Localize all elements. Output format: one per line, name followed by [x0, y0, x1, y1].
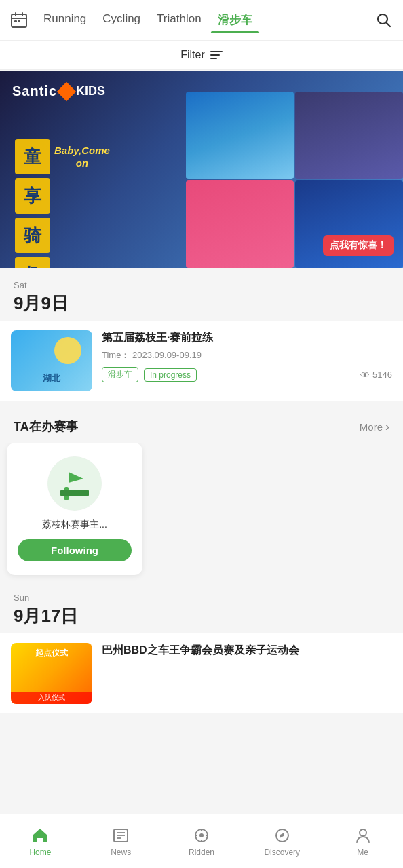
ta-more-button[interactable]: More [360, 420, 389, 434]
kids-label: KIDS [76, 84, 105, 98]
banner-char-1: 童 [15, 139, 50, 174]
banner-tagline: Baby,Come on [54, 144, 110, 169]
svg-line-7 [387, 22, 391, 26]
ta-section-header: TA在办赛事 More [0, 408, 403, 443]
diamond-icon [57, 81, 76, 100]
organizer-icon [47, 456, 102, 511]
date-full-2: 9月17日 [14, 604, 389, 628]
event-tags-1: 滑步车 In progress 👁 5146 [102, 367, 392, 382]
event-title-2: 巴州BBD之车王争霸会员赛及亲子运动会 [102, 643, 392, 658]
filter-button[interactable]: Filter [180, 49, 223, 61]
tagline-1: Baby,Come [54, 144, 110, 156]
svg-marker-9 [69, 472, 83, 483]
home-icon [31, 826, 50, 845]
me-icon [353, 826, 372, 845]
chevron-right-icon [385, 420, 389, 434]
thumb-2-badge: 入队仪式 [11, 692, 92, 704]
event-info-2: 巴州BBD之车王争霸会员赛及亲子运动会 [102, 643, 392, 662]
event-card-1[interactable]: 湖北 第五届荔枝王·赛前拉练 Time： 2023.09.09-09.19 滑步… [0, 321, 403, 401]
svg-rect-10 [60, 490, 89, 496]
banner-char-2: 享 [15, 178, 50, 214]
event-time-1: Time： 2023.09.09-09.19 [102, 349, 392, 361]
svg-point-16 [199, 833, 204, 837]
nav-label-me: Me [357, 848, 368, 857]
date-full-1: 9月9日 [14, 292, 389, 315]
banner-surprise-button[interactable]: 点我有惊喜！ [323, 235, 394, 256]
nav-label-ridden: Ridden [189, 848, 214, 857]
date-header-2: Sun 9月17日 [0, 586, 403, 633]
news-icon [111, 826, 130, 845]
svg-marker-22 [280, 833, 284, 838]
thumb-sun [54, 337, 81, 364]
svg-rect-4 [14, 20, 17, 22]
ridden-icon [192, 826, 211, 845]
time-label: Time： [102, 350, 130, 360]
top-navigation: Running Cycling Triathlon 滑步车 [0, 0, 403, 41]
tagline-2: on [76, 157, 88, 169]
banner-logo: Santic KIDS [12, 83, 105, 99]
nav-label-home: Home [29, 848, 51, 857]
filter-label: Filter [180, 49, 205, 61]
views-count: 5146 [372, 370, 392, 380]
search-icon[interactable] [372, 8, 396, 33]
thumb-text: 湖北 [11, 372, 92, 384]
filter-bar[interactable]: Filter [0, 41, 403, 70]
event-views: 👁 5146 [360, 370, 392, 380]
calendar-icon[interactable] [7, 8, 31, 33]
nav-item-ridden[interactable]: Ridden [161, 826, 242, 857]
following-button[interactable]: Following [18, 539, 132, 561]
date-header-1: Sat 9月9日 [0, 268, 403, 321]
event-card-2[interactable]: 起点仪式 入队仪式 巴州BBD之车王争霸会员赛及亲子运动会 [0, 633, 403, 713]
tab-running[interactable]: Running [37, 8, 93, 32]
organizer-card-1[interactable]: 荔枝杯赛事主... Following [7, 443, 142, 575]
brand-name: Santic [12, 83, 57, 99]
organizer-avatar [47, 456, 102, 511]
event-thumbnail-2: 起点仪式 入队仪式 [11, 643, 92, 704]
date-day-2: Sun [14, 593, 389, 603]
tab-triathlon[interactable]: Triathlon [150, 8, 208, 32]
nav-tabs: Running Cycling Triathlon 滑步车 [37, 8, 372, 32]
eye-icon: 👁 [360, 370, 370, 380]
nav-item-home[interactable]: Home [0, 826, 81, 857]
discovery-icon [273, 826, 292, 845]
nav-label-discovery: Discovery [264, 848, 300, 857]
nav-label-news: News [111, 848, 131, 857]
more-label: More [360, 421, 383, 433]
svg-rect-5 [18, 20, 20, 22]
nav-item-discovery[interactable]: Discovery [242, 826, 322, 857]
event-title-1: 第五届荔枝王·赛前拉练 [102, 330, 392, 345]
time-value: 2023.09.09-09.19 [132, 350, 202, 360]
nav-item-me[interactable]: Me [322, 826, 403, 857]
tab-skating[interactable]: 滑步车 [211, 8, 259, 32]
bottom-navigation: Home News Ridden [0, 814, 403, 868]
nav-item-news[interactable]: News [81, 826, 161, 857]
svg-point-23 [360, 829, 366, 836]
main-content: Sat 9月9日 湖北 第五届荔枝王·赛前拉练 Time： 2023.09.09… [0, 268, 403, 768]
date-day-1: Sat [14, 280, 389, 290]
event-thumbnail-1: 湖北 [11, 330, 92, 391]
event-info-1: 第五届荔枝王·赛前拉练 Time： 2023.09.09-09.19 滑步车 I… [102, 330, 392, 382]
tag-status: In progress [144, 368, 197, 382]
banner-text-group: 童 享 骑 趣 [15, 139, 50, 268]
banner[interactable]: Santic KIDS 童 享 骑 趣 Baby,Come on 点我有惊喜！ [0, 71, 403, 268]
tab-cycling[interactable]: Cycling [96, 8, 147, 32]
organizer-name: 荔枝杯赛事主... [42, 519, 107, 531]
tag-category: 滑步车 [102, 367, 138, 382]
banner-char-4: 趣 [15, 257, 50, 268]
ta-section-title: TA在办赛事 [14, 418, 78, 435]
thumb-2-text: 起点仪式 [14, 648, 90, 659]
banner-char-3: 骑 [15, 218, 50, 253]
organizer-scroll: 荔枝杯赛事主... Following [0, 443, 403, 586]
filter-icon [210, 51, 223, 59]
